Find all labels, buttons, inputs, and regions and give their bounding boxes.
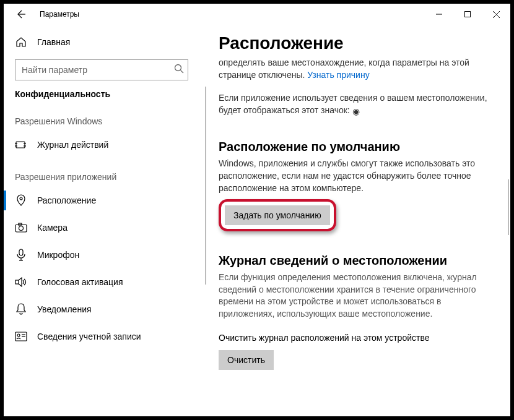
- svg-point-14: [19, 226, 24, 231]
- sidebar-home[interactable]: Главная: [4, 30, 205, 54]
- sidebar-group-windows-permissions: Разрешения Windows: [4, 116, 205, 126]
- svg-rect-19: [15, 280, 19, 284]
- voice-activation-icon: [15, 276, 27, 288]
- sidebar-item-label: Микрофон: [37, 250, 79, 260]
- sidebar-item-label: Журнал действий: [37, 140, 108, 150]
- svg-rect-13: [15, 225, 27, 232]
- camera-icon: [15, 221, 27, 234]
- notifications-icon: [15, 303, 27, 315]
- sidebar-item-label: Сведения учетной записи: [37, 332, 141, 341]
- svg-point-21: [17, 334, 20, 336]
- sidebar-item-label: Камера: [37, 223, 68, 233]
- back-arrow-icon[interactable]: [15, 9, 26, 20]
- sidebar-item-label: Голосовая активация: [37, 277, 123, 287]
- set-default-button[interactable]: Задать по умолчанию: [225, 205, 330, 225]
- account-info-icon: [15, 330, 27, 343]
- settings-window: Параметры Главная: [4, 4, 510, 416]
- sidebar-home-label: Главная: [37, 37, 70, 47]
- intro-paragraph-1: определять ваше местонахождение, когда п…: [219, 57, 489, 81]
- location-indicator-icon: ◉: [352, 106, 360, 118]
- sidebar-item-label: Уведомления: [37, 304, 92, 314]
- search-icon: [174, 64, 184, 76]
- sidebar-item-camera[interactable]: Камера: [4, 214, 205, 241]
- learn-why-link[interactable]: Узнать причину: [307, 70, 369, 80]
- microphone-icon: [15, 249, 27, 261]
- sidebar-item-location[interactable]: Расположение: [4, 187, 205, 214]
- svg-rect-16: [19, 249, 23, 255]
- sidebar: Главная Конфиденциальность Разрешения Wi…: [4, 25, 205, 416]
- svg-point-5: [175, 65, 181, 71]
- search-input[interactable]: [15, 59, 188, 80]
- section-default-location-body: Windows, приложения и службы смогут такж…: [219, 158, 489, 194]
- page-title: Расположение: [219, 33, 489, 53]
- sidebar-item-microphone[interactable]: Микрофон: [4, 241, 205, 268]
- clear-history-label: Очистить журнал расположений на этом уст…: [219, 333, 489, 343]
- minimize-button[interactable]: [425, 4, 453, 25]
- section-default-location-title: Расположение по умолчанию: [219, 140, 489, 154]
- section-location-history-title: Журнал сведений о местоположении: [219, 254, 489, 268]
- sidebar-item-notifications[interactable]: Уведомления: [4, 296, 205, 323]
- titlebar: Параметры: [4, 4, 510, 25]
- content-pane: Расположение определять ваше местонахожд…: [205, 25, 510, 416]
- sidebar-item-account-info[interactable]: Сведения учетной записи: [4, 323, 205, 350]
- svg-line-6: [181, 71, 184, 74]
- window-title: Параметры: [40, 10, 79, 19]
- section-location-history-body: Если функция определения местоположения …: [219, 272, 489, 320]
- svg-point-12: [20, 197, 22, 200]
- svg-rect-2: [465, 12, 471, 17]
- sidebar-item-label: Расположение: [37, 195, 96, 205]
- content-scrollbar[interactable]: [508, 179, 509, 235]
- window-controls: [425, 4, 510, 25]
- home-icon: [15, 36, 27, 48]
- svg-rect-7: [16, 142, 25, 148]
- intro-paragraph-2: Если приложение использует сведения о ва…: [219, 92, 489, 118]
- sidebar-group-app-permissions: Разрешения приложений: [4, 172, 205, 182]
- activity-history-icon: [15, 139, 27, 151]
- highlight-annotation: Задать по умолчанию: [219, 199, 336, 231]
- clear-button[interactable]: Очистить: [219, 350, 274, 370]
- maximize-button[interactable]: [453, 4, 482, 25]
- close-button[interactable]: [482, 4, 510, 25]
- sidebar-current-section: Конфиденциальность: [4, 89, 205, 99]
- sidebar-item-activity-history[interactable]: Журнал действий: [4, 131, 205, 158]
- location-icon: [15, 194, 27, 207]
- search-container: [15, 59, 194, 80]
- sidebar-item-voice-activation[interactable]: Голосовая активация: [4, 268, 205, 296]
